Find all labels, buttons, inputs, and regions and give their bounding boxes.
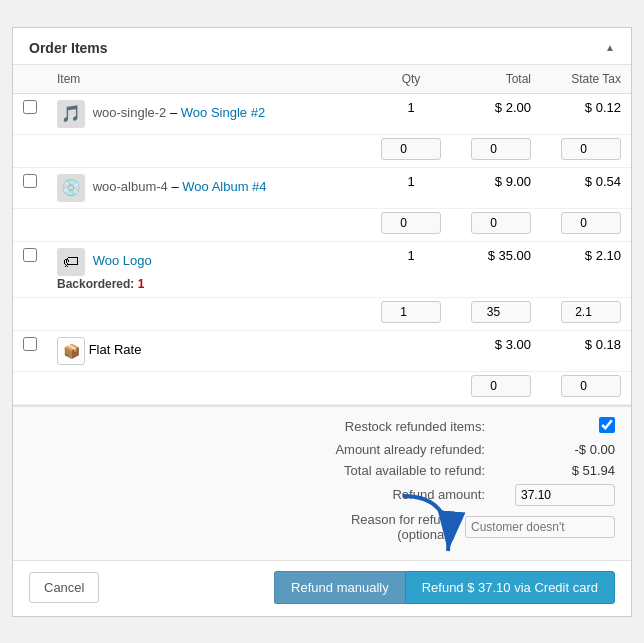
row3-refund-total[interactable] <box>471 301 531 323</box>
table-row <box>13 371 631 404</box>
row2-tax: $ 0.54 <box>585 174 621 189</box>
row2-qty: 1 <box>407 174 414 189</box>
row3-input-qty-cell <box>371 297 451 330</box>
row4-input-total-cell <box>451 371 541 404</box>
row3-backorder-qty: 1 <box>138 277 145 291</box>
row2-checkbox-cell <box>13 167 47 208</box>
row3-tax-cell: $ 2.10 <box>541 241 631 297</box>
refund-credit-button[interactable]: Refund $ 37.10 via Credit card <box>405 571 615 604</box>
row3-qty: 1 <box>407 248 414 263</box>
row1-refund-tax[interactable] <box>561 138 621 160</box>
row3-checkbox[interactable] <box>23 248 37 262</box>
col-item: Item <box>47 65 371 94</box>
row3-tax: $ 2.10 <box>585 248 621 263</box>
restock-checkbox[interactable] <box>599 417 615 433</box>
reason-input-cell <box>465 516 615 538</box>
refund-button-group: Refund manually Refund $ 37.10 via Credi… <box>274 571 615 604</box>
row3-qty-cell: 1 <box>371 241 451 297</box>
row1-input-item <box>47 134 371 167</box>
row1-input-cb <box>13 134 47 167</box>
row2-refund-total[interactable] <box>471 212 531 234</box>
table-row: 🎵 woo-single-2 – Woo Single #2 1 $ 2.00 … <box>13 93 631 134</box>
row4-refund-tax[interactable] <box>561 375 621 397</box>
row4-input-cb <box>13 371 47 404</box>
row1-sku: woo-single-2 <box>93 105 167 120</box>
row3-checkbox-cell <box>13 241 47 297</box>
refund-section: Restock refunded items: Amount already r… <box>13 405 631 560</box>
table-row: 🏷 Woo Logo Backordered: 1 1 $ 35.00 $ 2.… <box>13 241 631 297</box>
row1-total-cell: $ 2.00 <box>451 93 541 134</box>
reason-row: Reason for refund (optional): <box>29 512 615 542</box>
collapse-icon[interactable]: ▲ <box>605 42 615 53</box>
amount-row: Refund amount: <box>29 484 615 506</box>
row4-refund-total[interactable] <box>471 375 531 397</box>
available-label: Total available to refund: <box>285 463 485 478</box>
panel-title: Order Items <box>29 40 108 56</box>
row1-checkbox[interactable] <box>23 100 37 114</box>
col-total: Total <box>451 65 541 94</box>
row1-refund-qty[interactable] <box>381 138 441 160</box>
table-row <box>13 297 631 330</box>
available-value: $ 51.94 <box>495 463 615 478</box>
row1-refund-total[interactable] <box>471 138 531 160</box>
row2-sku: woo-album-4 <box>93 179 168 194</box>
row1-thumb: 🎵 <box>57 100 85 128</box>
row3-item-cell: 🏷 Woo Logo Backordered: 1 <box>47 241 371 297</box>
row4-qty-cell <box>371 330 451 371</box>
row4-checkbox[interactable] <box>23 337 37 351</box>
row4-total: $ 3.00 <box>495 337 531 352</box>
row1-link[interactable]: Woo Single #2 <box>181 105 265 120</box>
order-items-table: Item Qty Total State Tax 🎵 woo-single-2 … <box>13 65 631 405</box>
row2-checkbox[interactable] <box>23 174 37 188</box>
row3-input-total-cell <box>451 297 541 330</box>
row2-total: $ 9.00 <box>495 174 531 189</box>
footer-buttons: Cancel Refund manually Refund $ 37.10 vi… <box>13 560 631 616</box>
available-row: Total available to refund: $ 51.94 <box>29 463 615 478</box>
row1-tax-cell: $ 0.12 <box>541 93 631 134</box>
panel-header: Order Items ▲ <box>13 28 631 65</box>
row2-thumb: 💿 <box>57 174 85 202</box>
row2-total-cell: $ 9.00 <box>451 167 541 208</box>
row3-refund-tax[interactable] <box>561 301 621 323</box>
reason-label: Reason for refund (optional): <box>255 512 455 542</box>
row4-name: Flat Rate <box>89 342 142 357</box>
row1-input-qty-cell <box>371 134 451 167</box>
row1-qty-cell: 1 <box>371 93 451 134</box>
order-items-panel: Order Items ▲ Item Qty Total State Tax 🎵… <box>12 27 632 617</box>
row1-input-total-cell <box>451 134 541 167</box>
row1-total: $ 2.00 <box>495 100 531 115</box>
row4-tax: $ 0.18 <box>585 337 621 352</box>
col-qty: Qty <box>371 65 451 94</box>
row2-input-cb <box>13 208 47 241</box>
row4-shipping-icon: 📦 <box>57 337 85 365</box>
row2-tax-cell: $ 0.54 <box>541 167 631 208</box>
amount-label: Refund amount: <box>285 487 485 502</box>
row1-qty: 1 <box>407 100 414 115</box>
row3-refund-qty[interactable] <box>381 301 441 323</box>
refund-manually-button[interactable]: Refund manually <box>274 571 405 604</box>
row1-tax: $ 0.12 <box>585 100 621 115</box>
cancel-button[interactable]: Cancel <box>29 572 99 603</box>
row3-thumb: 🏷 <box>57 248 85 276</box>
row1-checkbox-cell <box>13 93 47 134</box>
row3-total: $ 35.00 <box>488 248 531 263</box>
table-row: 📦 Flat Rate $ 3.00 $ 0.18 <box>13 330 631 371</box>
table-row: 💿 woo-album-4 – Woo Album #4 1 $ 9.00 $ … <box>13 167 631 208</box>
row2-refund-tax[interactable] <box>561 212 621 234</box>
row2-input-item <box>47 208 371 241</box>
row1-input-tax-cell <box>541 134 631 167</box>
row2-link[interactable]: Woo Album #4 <box>182 179 266 194</box>
reason-input[interactable] <box>465 516 615 538</box>
row2-qty-cell: 1 <box>371 167 451 208</box>
restock-checkbox-cell <box>495 417 615 436</box>
row3-input-cb <box>13 297 47 330</box>
refund-amount-input[interactable] <box>515 484 615 506</box>
already-refunded-row: Amount already refunded: -$ 0.00 <box>29 442 615 457</box>
row2-refund-qty[interactable] <box>381 212 441 234</box>
row3-link[interactable]: Woo Logo <box>93 253 152 268</box>
table-row <box>13 208 631 241</box>
row4-item-cell: 📦 Flat Rate <box>47 330 371 371</box>
col-checkbox <box>13 65 47 94</box>
row2-input-tax-cell <box>541 208 631 241</box>
row3-total-cell: $ 35.00 <box>451 241 541 297</box>
